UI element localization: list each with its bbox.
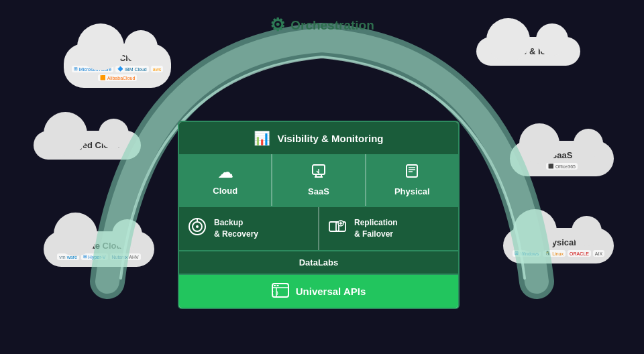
- svg-rect-2: [407, 165, 417, 177]
- oracle-logo: ORACLE: [568, 250, 591, 257]
- saas-tile-label: SaaS: [308, 186, 329, 196]
- private-cloud-title: Private Cloud: [50, 241, 148, 251]
- cloud-tile-label: Cloud: [213, 186, 237, 196]
- svg-rect-19: [276, 285, 278, 286]
- saas-cloud-title: SaaS: [517, 150, 607, 160]
- linux-logo: 🐧Linux: [543, 250, 566, 257]
- apis-row: { } Universal APIs: [179, 275, 458, 308]
- backup-icon: [187, 217, 207, 241]
- alibaba-logo: 🟧AlibabaCloud: [98, 74, 138, 81]
- apis-label: Universal APIs: [296, 286, 366, 297]
- windows-logo: ⊞Windows: [513, 250, 541, 257]
- tiles-row: ☁ Cloud SaaS: [179, 154, 458, 207]
- cloud-tile-icon: ☁: [218, 164, 233, 182]
- cloud-physical-right: Physical ⊞Windows 🐧Linux ORACLE AIX: [503, 228, 614, 263]
- cloud-public: Public Cloud ⊞Microsoft Azure 🔷IBM Cloud…: [64, 44, 171, 88]
- main-panel: 📊 Visibility & Monitoring ☁ Cloud SaaS: [178, 121, 460, 309]
- cloud-private: Private Cloud vmware ⊞Hyper-V Nutanix AH…: [44, 231, 154, 267]
- physical-tile-label: Physical: [394, 186, 430, 196]
- svg-rect-10: [329, 222, 339, 231]
- managed-cloud-title: Managed Cloud: [40, 140, 134, 150]
- office365-logo: ⬛Office365: [546, 163, 578, 170]
- datalabs-label: DataLabs: [299, 257, 339, 268]
- nutanix-logo: Nutanix AHV: [110, 253, 141, 260]
- svg-point-8: [196, 225, 199, 228]
- saas-tile[interactable]: SaaS: [272, 154, 366, 206]
- visibility-row: 📊 Visibility & Monitoring: [179, 122, 458, 154]
- scene: ⚙ Orchestration Public Cloud ⊞Microsoft …: [0, 0, 644, 354]
- ibm-logo: 🔷IBM Cloud: [115, 66, 149, 72]
- cloud-tile[interactable]: ☁ Cloud: [179, 154, 272, 206]
- gear-icon: ⚙: [270, 15, 285, 36]
- public-cloud-title: Public Cloud: [70, 53, 164, 63]
- saas-cloud-logos: ⬛Office365: [517, 163, 607, 170]
- visibility-label: Visibility & Monitoring: [277, 133, 383, 144]
- hyperv-logo: ⊞Hyper-V: [81, 253, 108, 260]
- replication-tile[interactable]: Replication& Failover: [319, 207, 458, 250]
- vmware-logo: vmware: [57, 253, 79, 260]
- physical-tile-icon: [405, 164, 419, 182]
- cloud-saas: SaaS ⬛Office365: [510, 141, 614, 176]
- replication-icon: [327, 217, 347, 241]
- edge-cloud-title: Edge & IoT: [483, 46, 574, 56]
- backup-row: Backup& Recovery Replication& Failover: [179, 207, 458, 251]
- bar-chart-icon: 📊: [254, 130, 270, 146]
- cloud-edge: Edge & IoT: [476, 37, 580, 66]
- backup-tile[interactable]: Backup& Recovery: [179, 207, 319, 250]
- azure-logo: ⊞Microsoft Azure: [72, 66, 113, 72]
- orchestration-label: ⚙ Orchestration: [270, 15, 374, 36]
- private-cloud-logos: vmware ⊞Hyper-V Nutanix AHV: [50, 253, 148, 260]
- aix-logo: AIX: [593, 250, 604, 257]
- backup-label: Backup& Recovery: [214, 217, 258, 240]
- svg-text:{ }: { }: [272, 290, 279, 295]
- physical-cloud-title: Physical: [510, 237, 607, 247]
- saas-tile-icon: [311, 164, 326, 182]
- svg-rect-18: [274, 285, 276, 286]
- aws-logo: aws: [151, 66, 163, 72]
- cloud-managed: Managed Cloud: [34, 131, 141, 160]
- physical-cloud-logos: ⊞Windows 🐧Linux ORACLE AIX: [510, 250, 607, 257]
- orchestration-text: Orchestration: [290, 18, 374, 33]
- physical-tile[interactable]: Physical: [366, 154, 458, 206]
- apis-icon: { }: [272, 283, 289, 300]
- replication-label: Replication& Failover: [354, 217, 398, 240]
- public-cloud-logos: ⊞Microsoft Azure 🔷IBM Cloud aws 🟧Alibaba…: [70, 66, 164, 81]
- datalabs-row: DataLabs: [179, 251, 458, 275]
